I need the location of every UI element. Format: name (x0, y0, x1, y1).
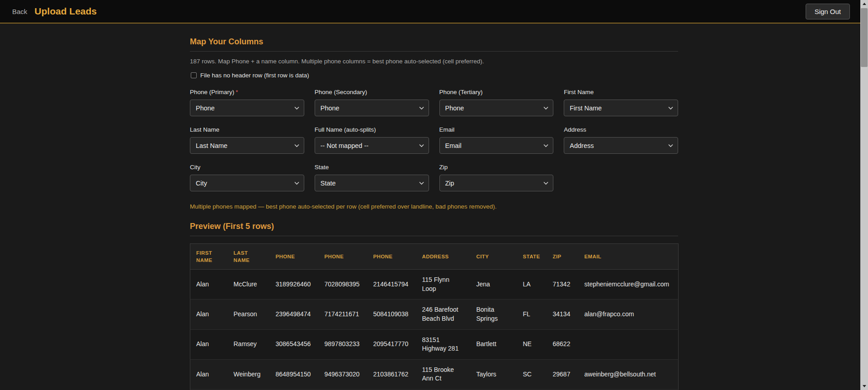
scrollbar-down-arrow-icon[interactable] (860, 382, 868, 390)
field-first-name: First NameFirst Name (564, 89, 678, 116)
column-header-first-name-0: First Name (190, 244, 228, 270)
field-label-email: Email (439, 126, 554, 133)
field-city: CityCity (190, 164, 304, 191)
cell-city-6: Jena (471, 270, 517, 300)
cell-email-9 (579, 329, 679, 359)
column-header-phone-3: Phone (319, 244, 368, 270)
cell-state-7: NE (517, 329, 547, 359)
field-label-phone-primary: Phone (Primary)* (190, 89, 304, 95)
cell-phone-3: 9496373020 (319, 359, 368, 389)
cell-address-5: 115 Brooke Ann Ct (416, 359, 471, 389)
field-phone-secondary: Phone (Secondary)Phone (315, 89, 429, 116)
no-header-checkbox[interactable] (191, 72, 197, 78)
field-phone-tertiary: Phone (Tertiary)Phone (439, 89, 554, 116)
top-bar: Back Upload Leads Sign Out (0, 0, 868, 24)
cell-zip-8: 71342 (547, 270, 579, 300)
page-title: Upload Leads (34, 6, 97, 17)
select-state[interactable]: State (315, 175, 429, 191)
cell-last-name-1: Weinberg (228, 359, 270, 389)
multiple-phones-note: Multiple phones mapped — best phone auto… (190, 203, 678, 210)
select-address[interactable]: Address (564, 137, 678, 154)
select-email[interactable]: Email (439, 137, 554, 154)
field-email: EmailEmail (439, 126, 554, 154)
select-phone-primary[interactable]: Phone (190, 100, 304, 116)
column-header-last-name-1: Last Name (228, 244, 270, 270)
scrollbar-up-arrow-icon[interactable] (860, 0, 868, 8)
cell-first-name-0: Alan (190, 270, 228, 300)
table-row: AlanMcClure31899264607028098395214641579… (190, 270, 679, 300)
select-full-name-auto-splits[interactable]: -- Not mapped -- (315, 137, 429, 154)
cell-state-7: FL (517, 300, 547, 329)
no-header-checkbox-label[interactable]: File has no header row (first row is dat… (200, 72, 309, 79)
cell-email-9: aweinberg@bellsouth.net (579, 359, 679, 389)
field-label-last-name: Last Name (190, 126, 304, 133)
preview-table: First NameLast NamePhonePhonePhoneAddres… (190, 243, 679, 390)
map-columns-heading: Map Your Columns (190, 37, 678, 52)
column-header-city-6: City (471, 244, 517, 270)
main-content: Map Your Columns 187 rows. Map Phone + a… (190, 24, 678, 390)
cell-state-7: SC (517, 359, 547, 389)
cell-phone-3: 9897803233 (319, 329, 368, 359)
cell-zip-8: 29687 (547, 359, 579, 389)
column-header-email-9: Email (579, 244, 679, 270)
cell-first-name-0: Alan (190, 359, 228, 389)
select-phone-tertiary[interactable]: Phone (439, 100, 554, 116)
cell-first-name-0: Alan (190, 300, 228, 329)
preview-heading: Preview (First 5 rows) (190, 222, 678, 236)
cell-phone-2: 3086543456 (270, 329, 319, 359)
field-label-zip: Zip (439, 164, 554, 171)
cell-email-9: alan@frapco.com (579, 300, 679, 329)
field-zip: ZipZip (439, 164, 554, 191)
column-header-address-5: Address (416, 244, 471, 270)
select-zip[interactable]: Zip (439, 175, 554, 191)
back-link[interactable]: Back (12, 8, 27, 15)
field-label-state: State (315, 164, 429, 171)
field-label-phone-tertiary: Phone (Tertiary) (439, 89, 554, 95)
sign-out-button[interactable]: Sign Out (806, 4, 850, 19)
cell-address-5: 83151 Highway 281 (416, 329, 471, 359)
vertical-scrollbar[interactable] (860, 0, 868, 390)
cell-phone-2: 8648954150 (270, 359, 319, 389)
column-header-state-7: State (517, 244, 547, 270)
mapping-subtitle: 187 rows. Map Phone + a name column. Mul… (190, 58, 678, 65)
cell-phone-3: 7174211671 (319, 300, 368, 329)
cell-phone-4: 5084109038 (368, 300, 416, 329)
field-state: StateState (315, 164, 429, 191)
cell-last-name-1: Ramsey (228, 329, 270, 359)
scrollbar-thumb[interactable] (861, 8, 868, 67)
select-last-name[interactable]: Last Name (190, 137, 304, 154)
column-header-phone-2: Phone (270, 244, 319, 270)
no-header-row: File has no header row (first row is dat… (190, 72, 678, 79)
select-city[interactable]: City (190, 175, 304, 191)
cell-zip-8: 34134 (547, 300, 579, 329)
table-row: AlanPearson23964984747174211671508410903… (190, 300, 679, 329)
field-last-name: Last NameLast Name (190, 126, 304, 154)
field-full-name-auto-splits: Full Name (auto-splits)-- Not mapped -- (315, 126, 429, 154)
cell-email-9: stepheniemcclure@gmail.com (579, 270, 679, 300)
field-label-phone-secondary: Phone (Secondary) (315, 89, 429, 95)
cell-last-name-1: McClure (228, 270, 270, 300)
field-label-address: Address (564, 126, 678, 133)
cell-city-6: Taylors (471, 359, 517, 389)
cell-first-name-0: Alan (190, 329, 228, 359)
required-asterisk: * (236, 89, 238, 95)
cell-city-6: Bonita Springs (471, 300, 517, 329)
field-label-city: City (190, 164, 304, 171)
column-header-zip-8: Zip (547, 244, 579, 270)
cell-city-6: Bartlett (471, 329, 517, 359)
field-address: AddressAddress (564, 126, 678, 154)
cell-address-5: 246 Barefoot Beach Blvd (416, 300, 471, 329)
field-label-first-name: First Name (564, 89, 678, 95)
cell-zip-8: 68622 (547, 329, 579, 359)
cell-address-5: 115 Flynn Loop (416, 270, 471, 300)
field-label-full-name-auto-splits: Full Name (auto-splits) (315, 126, 429, 133)
cell-phone-2: 2396498474 (270, 300, 319, 329)
select-phone-secondary[interactable]: Phone (315, 100, 429, 116)
table-row: AlanWeinberg8648954150949637302021038617… (190, 359, 679, 389)
cell-last-name-1: Pearson (228, 300, 270, 329)
cell-phone-4: 2146415794 (368, 270, 416, 300)
field-phone-primary: Phone (Primary)*Phone (190, 89, 304, 116)
mapping-fields-grid: Phone (Primary)*PhonePhone (Secondary)Ph… (190, 89, 678, 191)
cell-phone-4: 2103861762 (368, 359, 416, 389)
select-first-name[interactable]: First Name (564, 100, 678, 116)
